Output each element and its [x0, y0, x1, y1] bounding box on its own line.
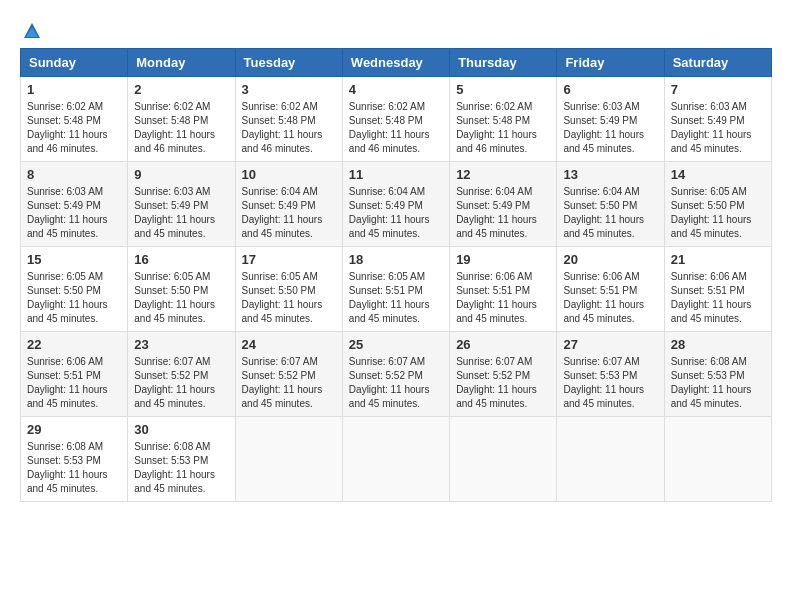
calendar-cell: 2 Sunrise: 6:02 AM Sunset: 5:48 PM Dayli…	[128, 77, 235, 162]
weekday-header-thursday: Thursday	[450, 49, 557, 77]
calendar-cell: 14 Sunrise: 6:05 AM Sunset: 5:50 PM Dayl…	[664, 162, 771, 247]
day-number: 16	[134, 252, 228, 267]
calendar-cell: 3 Sunrise: 6:02 AM Sunset: 5:48 PM Dayli…	[235, 77, 342, 162]
day-info: Sunrise: 6:05 AM Sunset: 5:50 PM Dayligh…	[134, 270, 228, 326]
day-number: 1	[27, 82, 121, 97]
day-info: Sunrise: 6:03 AM Sunset: 5:49 PM Dayligh…	[671, 100, 765, 156]
day-info: Sunrise: 6:08 AM Sunset: 5:53 PM Dayligh…	[27, 440, 121, 496]
day-number: 28	[671, 337, 765, 352]
day-info: Sunrise: 6:02 AM Sunset: 5:48 PM Dayligh…	[134, 100, 228, 156]
day-info: Sunrise: 6:07 AM Sunset: 5:52 PM Dayligh…	[349, 355, 443, 411]
day-info: Sunrise: 6:02 AM Sunset: 5:48 PM Dayligh…	[456, 100, 550, 156]
day-number: 17	[242, 252, 336, 267]
day-number: 3	[242, 82, 336, 97]
calendar-cell: 1 Sunrise: 6:02 AM Sunset: 5:48 PM Dayli…	[21, 77, 128, 162]
day-number: 2	[134, 82, 228, 97]
day-info: Sunrise: 6:02 AM Sunset: 5:48 PM Dayligh…	[242, 100, 336, 156]
calendar-cell: 15 Sunrise: 6:05 AM Sunset: 5:50 PM Dayl…	[21, 247, 128, 332]
day-number: 18	[349, 252, 443, 267]
calendar-cell: 8 Sunrise: 6:03 AM Sunset: 5:49 PM Dayli…	[21, 162, 128, 247]
calendar-cell: 17 Sunrise: 6:05 AM Sunset: 5:50 PM Dayl…	[235, 247, 342, 332]
weekday-header-row: SundayMondayTuesdayWednesdayThursdayFrid…	[21, 49, 772, 77]
page-header	[20, 20, 772, 38]
day-info: Sunrise: 6:02 AM Sunset: 5:48 PM Dayligh…	[349, 100, 443, 156]
calendar-cell: 5 Sunrise: 6:02 AM Sunset: 5:48 PM Dayli…	[450, 77, 557, 162]
day-info: Sunrise: 6:06 AM Sunset: 5:51 PM Dayligh…	[456, 270, 550, 326]
weekday-header-friday: Friday	[557, 49, 664, 77]
logo	[20, 20, 44, 38]
day-number: 25	[349, 337, 443, 352]
day-number: 9	[134, 167, 228, 182]
calendar-cell: 29 Sunrise: 6:08 AM Sunset: 5:53 PM Dayl…	[21, 417, 128, 502]
calendar-cell	[235, 417, 342, 502]
calendar-cell: 16 Sunrise: 6:05 AM Sunset: 5:50 PM Dayl…	[128, 247, 235, 332]
calendar-cell: 30 Sunrise: 6:08 AM Sunset: 5:53 PM Dayl…	[128, 417, 235, 502]
day-info: Sunrise: 6:05 AM Sunset: 5:50 PM Dayligh…	[671, 185, 765, 241]
day-number: 29	[27, 422, 121, 437]
day-info: Sunrise: 6:05 AM Sunset: 5:51 PM Dayligh…	[349, 270, 443, 326]
calendar-cell: 27 Sunrise: 6:07 AM Sunset: 5:53 PM Dayl…	[557, 332, 664, 417]
calendar-cell: 24 Sunrise: 6:07 AM Sunset: 5:52 PM Dayl…	[235, 332, 342, 417]
calendar-cell	[342, 417, 449, 502]
calendar-cell: 4 Sunrise: 6:02 AM Sunset: 5:48 PM Dayli…	[342, 77, 449, 162]
day-info: Sunrise: 6:03 AM Sunset: 5:49 PM Dayligh…	[134, 185, 228, 241]
calendar-week-row: 8 Sunrise: 6:03 AM Sunset: 5:49 PM Dayli…	[21, 162, 772, 247]
day-info: Sunrise: 6:04 AM Sunset: 5:50 PM Dayligh…	[563, 185, 657, 241]
calendar-cell: 26 Sunrise: 6:07 AM Sunset: 5:52 PM Dayl…	[450, 332, 557, 417]
calendar-cell: 11 Sunrise: 6:04 AM Sunset: 5:49 PM Dayl…	[342, 162, 449, 247]
calendar-cell	[664, 417, 771, 502]
day-info: Sunrise: 6:05 AM Sunset: 5:50 PM Dayligh…	[27, 270, 121, 326]
day-number: 27	[563, 337, 657, 352]
day-number: 20	[563, 252, 657, 267]
day-number: 7	[671, 82, 765, 97]
calendar-week-row: 29 Sunrise: 6:08 AM Sunset: 5:53 PM Dayl…	[21, 417, 772, 502]
day-info: Sunrise: 6:06 AM Sunset: 5:51 PM Dayligh…	[27, 355, 121, 411]
calendar-week-row: 22 Sunrise: 6:06 AM Sunset: 5:51 PM Dayl…	[21, 332, 772, 417]
calendar-cell	[450, 417, 557, 502]
day-info: Sunrise: 6:04 AM Sunset: 5:49 PM Dayligh…	[242, 185, 336, 241]
day-number: 23	[134, 337, 228, 352]
day-number: 24	[242, 337, 336, 352]
calendar-week-row: 1 Sunrise: 6:02 AM Sunset: 5:48 PM Dayli…	[21, 77, 772, 162]
calendar-cell: 28 Sunrise: 6:08 AM Sunset: 5:53 PM Dayl…	[664, 332, 771, 417]
day-number: 26	[456, 337, 550, 352]
calendar-cell: 6 Sunrise: 6:03 AM Sunset: 5:49 PM Dayli…	[557, 77, 664, 162]
logo-icon	[21, 20, 43, 42]
calendar-cell: 22 Sunrise: 6:06 AM Sunset: 5:51 PM Dayl…	[21, 332, 128, 417]
day-number: 21	[671, 252, 765, 267]
day-info: Sunrise: 6:08 AM Sunset: 5:53 PM Dayligh…	[134, 440, 228, 496]
day-number: 15	[27, 252, 121, 267]
day-info: Sunrise: 6:07 AM Sunset: 5:53 PM Dayligh…	[563, 355, 657, 411]
day-info: Sunrise: 6:04 AM Sunset: 5:49 PM Dayligh…	[456, 185, 550, 241]
day-number: 5	[456, 82, 550, 97]
calendar-cell: 10 Sunrise: 6:04 AM Sunset: 5:49 PM Dayl…	[235, 162, 342, 247]
calendar-cell: 21 Sunrise: 6:06 AM Sunset: 5:51 PM Dayl…	[664, 247, 771, 332]
calendar-cell: 12 Sunrise: 6:04 AM Sunset: 5:49 PM Dayl…	[450, 162, 557, 247]
weekday-header-tuesday: Tuesday	[235, 49, 342, 77]
day-info: Sunrise: 6:03 AM Sunset: 5:49 PM Dayligh…	[27, 185, 121, 241]
day-info: Sunrise: 6:03 AM Sunset: 5:49 PM Dayligh…	[563, 100, 657, 156]
weekday-header-monday: Monday	[128, 49, 235, 77]
day-info: Sunrise: 6:05 AM Sunset: 5:50 PM Dayligh…	[242, 270, 336, 326]
day-number: 8	[27, 167, 121, 182]
calendar-cell: 7 Sunrise: 6:03 AM Sunset: 5:49 PM Dayli…	[664, 77, 771, 162]
calendar-cell	[557, 417, 664, 502]
day-number: 14	[671, 167, 765, 182]
weekday-header-sunday: Sunday	[21, 49, 128, 77]
calendar-cell: 20 Sunrise: 6:06 AM Sunset: 5:51 PM Dayl…	[557, 247, 664, 332]
day-number: 11	[349, 167, 443, 182]
day-number: 12	[456, 167, 550, 182]
day-number: 10	[242, 167, 336, 182]
day-number: 19	[456, 252, 550, 267]
calendar-cell: 23 Sunrise: 6:07 AM Sunset: 5:52 PM Dayl…	[128, 332, 235, 417]
day-info: Sunrise: 6:02 AM Sunset: 5:48 PM Dayligh…	[27, 100, 121, 156]
day-number: 13	[563, 167, 657, 182]
weekday-header-wednesday: Wednesday	[342, 49, 449, 77]
day-info: Sunrise: 6:06 AM Sunset: 5:51 PM Dayligh…	[671, 270, 765, 326]
calendar-cell: 13 Sunrise: 6:04 AM Sunset: 5:50 PM Dayl…	[557, 162, 664, 247]
day-number: 4	[349, 82, 443, 97]
calendar-cell: 19 Sunrise: 6:06 AM Sunset: 5:51 PM Dayl…	[450, 247, 557, 332]
calendar-cell: 18 Sunrise: 6:05 AM Sunset: 5:51 PM Dayl…	[342, 247, 449, 332]
day-info: Sunrise: 6:06 AM Sunset: 5:51 PM Dayligh…	[563, 270, 657, 326]
day-number: 30	[134, 422, 228, 437]
